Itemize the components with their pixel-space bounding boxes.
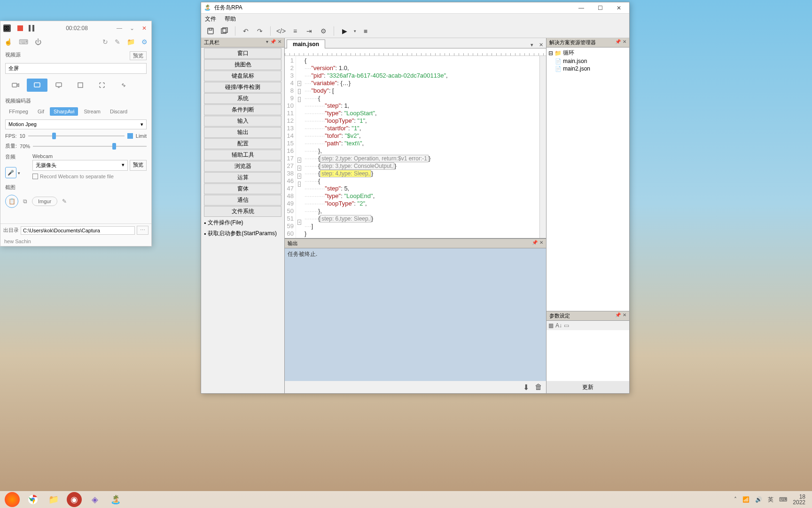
pin-icon[interactable]: ▾ bbox=[266, 39, 268, 46]
tree-file[interactable]: main2.json bbox=[548, 65, 627, 72]
power-icon[interactable]: ⏻ bbox=[35, 38, 41, 46]
clipboard-icon[interactable]: 📋 bbox=[5, 195, 18, 208]
close-icon[interactable]: ✕ bbox=[623, 39, 626, 46]
categorize-icon[interactable]: ▦ bbox=[548, 322, 554, 329]
camera-mode-icon[interactable] bbox=[5, 79, 26, 92]
fps-slider[interactable] bbox=[28, 135, 125, 136]
captura-icon[interactable]: ◉ bbox=[67, 492, 82, 507]
pin-icon[interactable]: 📌 bbox=[532, 240, 538, 247]
close-icon[interactable]: ✕ bbox=[614, 5, 624, 11]
ime-indicator[interactable]: 英 bbox=[768, 496, 773, 504]
toolbox-item[interactable]: 系统 bbox=[204, 93, 281, 104]
folder-icon[interactable]: 📁 bbox=[127, 38, 135, 46]
tree-file[interactable]: main.json bbox=[548, 57, 627, 65]
toolbox-item[interactable]: 挑图色 bbox=[204, 59, 281, 70]
imgur-button[interactable]: Imgur bbox=[32, 197, 57, 206]
tab-sharpavi[interactable]: SharpAvi bbox=[50, 107, 78, 116]
codec-select[interactable]: Motion Jpeg▾ bbox=[5, 119, 147, 129]
mic-icon[interactable]: 🎤 bbox=[5, 167, 16, 178]
undo-icon[interactable]: ↶ bbox=[241, 26, 250, 36]
toolbox-item[interactable]: 辅助工具 bbox=[204, 150, 281, 160]
record-button[interactable] bbox=[17, 25, 23, 31]
hand-icon[interactable]: ☝ bbox=[4, 38, 12, 46]
tab-discard[interactable]: Discard bbox=[106, 107, 131, 116]
settings-icon[interactable]: ⚙ bbox=[319, 26, 328, 36]
expand-icon[interactable]: ⌄ bbox=[130, 25, 134, 32]
volume-icon[interactable]: 🔊 bbox=[755, 496, 762, 503]
save-all-icon[interactable] bbox=[220, 26, 229, 36]
close-icon[interactable]: ✕ bbox=[539, 240, 543, 247]
keyboard-tray-icon[interactable]: ⌨ bbox=[779, 496, 787, 503]
editor-tab-main[interactable]: main.json bbox=[287, 40, 325, 48]
code-icon[interactable]: </> bbox=[276, 26, 286, 36]
quality-slider[interactable] bbox=[33, 146, 147, 147]
toolbox-item[interactable]: 输入 bbox=[204, 116, 281, 127]
chrome-icon[interactable] bbox=[25, 492, 40, 507]
minimize-icon[interactable]: — bbox=[577, 5, 586, 11]
toolbox-item[interactable]: 文件系统 bbox=[204, 206, 281, 217]
maximize-icon[interactable]: ☐ bbox=[595, 5, 605, 11]
webcam-separate-checkbox[interactable] bbox=[32, 174, 38, 179]
close-icon[interactable]: ✕ bbox=[623, 312, 626, 319]
toolbox-item[interactable]: 浏览器 bbox=[204, 161, 281, 172]
tab-stream[interactable]: Stream bbox=[80, 107, 104, 116]
firefox-icon[interactable] bbox=[5, 492, 20, 507]
save-icon[interactable] bbox=[206, 26, 215, 36]
close-icon[interactable]: ✕ bbox=[278, 39, 281, 46]
pin-icon[interactable]: 📌 bbox=[270, 39, 276, 46]
link-mode-icon[interactable] bbox=[113, 79, 134, 92]
indent-icon[interactable]: ⇥ bbox=[304, 26, 314, 36]
visualstudio-icon[interactable]: ◈ bbox=[87, 492, 102, 507]
close-icon[interactable]: ✕ bbox=[142, 25, 147, 32]
pin-icon[interactable]: 📌 bbox=[615, 39, 621, 46]
menu-help[interactable]: 帮助 bbox=[225, 15, 236, 23]
clock[interactable]: 182022 bbox=[793, 494, 805, 505]
copy-icon[interactable]: ⧉ bbox=[23, 198, 27, 205]
outdir-input[interactable] bbox=[21, 226, 135, 235]
rpa-app-icon[interactable]: 🏝️ bbox=[108, 492, 123, 507]
props-icon[interactable]: ▭ bbox=[564, 322, 569, 329]
vertical-scrollbar[interactable] bbox=[539, 56, 546, 238]
toolbox-item[interactable]: 碰撞/事件检测 bbox=[204, 82, 281, 93]
toolbox-tree-node[interactable]: ▪文件操作(File) bbox=[204, 218, 281, 227]
code-editor[interactable]: 1234891011121314151617273846474849505159… bbox=[285, 56, 546, 238]
minimize-icon[interactable]: — bbox=[117, 25, 122, 32]
tray-chevron-icon[interactable]: ˄ bbox=[734, 496, 737, 503]
toolbox-item[interactable]: 通信 bbox=[204, 195, 281, 206]
toolbox-item[interactable]: 输出 bbox=[204, 127, 281, 138]
toolbox-item[interactable]: 配置 bbox=[204, 138, 281, 149]
tab-ffmpeg[interactable]: FFmpeg bbox=[5, 107, 32, 116]
download-icon[interactable]: ⬇ bbox=[523, 383, 529, 392]
stop-icon[interactable]: ■ bbox=[361, 26, 370, 36]
tab-dropdown-icon[interactable]: ▾ bbox=[528, 42, 536, 48]
preview-button[interactable]: 预览 bbox=[130, 51, 147, 60]
keyboard-icon[interactable]: ⌨ bbox=[19, 38, 28, 46]
refresh-icon[interactable]: ↻ bbox=[102, 38, 108, 46]
camera-icon[interactable] bbox=[3, 24, 11, 32]
region-mode-icon[interactable] bbox=[92, 79, 112, 92]
format-icon[interactable]: ≡ bbox=[290, 26, 300, 36]
monitor-mode-icon[interactable] bbox=[48, 79, 69, 92]
redo-icon[interactable]: ↷ bbox=[255, 26, 265, 36]
limit-checkbox[interactable] bbox=[127, 133, 133, 139]
toolbox-item[interactable]: 运算 bbox=[204, 172, 281, 183]
pin-icon[interactable]: 📌 bbox=[615, 312, 621, 319]
params-grid[interactable] bbox=[547, 330, 629, 381]
settings-icon[interactable]: ⚙ bbox=[141, 38, 148, 46]
tab-close-icon[interactable]: ✕ bbox=[536, 42, 546, 48]
toolbox-tree-node[interactable]: ▪获取启动参数(StartParams) bbox=[204, 229, 281, 238]
webcam-select[interactable]: 无摄像头▾ bbox=[32, 160, 128, 171]
play-icon[interactable]: ▶ bbox=[340, 26, 349, 36]
outdir-browse[interactable]: ⋯ bbox=[137, 226, 148, 235]
update-button[interactable]: 更新 bbox=[582, 383, 593, 391]
explorer-icon[interactable]: 📁 bbox=[46, 492, 61, 507]
window-mode-icon[interactable] bbox=[70, 79, 91, 92]
video-source-select[interactable]: 全屏 bbox=[5, 63, 147, 74]
menu-file[interactable]: 文件 bbox=[205, 15, 216, 23]
wifi-icon[interactable]: 📶 bbox=[742, 496, 750, 503]
pause-button[interactable] bbox=[29, 25, 34, 32]
trash-icon[interactable]: 🗑 bbox=[535, 383, 542, 391]
screen-mode-icon[interactable] bbox=[27, 79, 47, 92]
toolbox-item[interactable]: 键盘鼠标 bbox=[204, 71, 281, 81]
play-dropdown-icon[interactable]: ▾ bbox=[354, 29, 356, 33]
